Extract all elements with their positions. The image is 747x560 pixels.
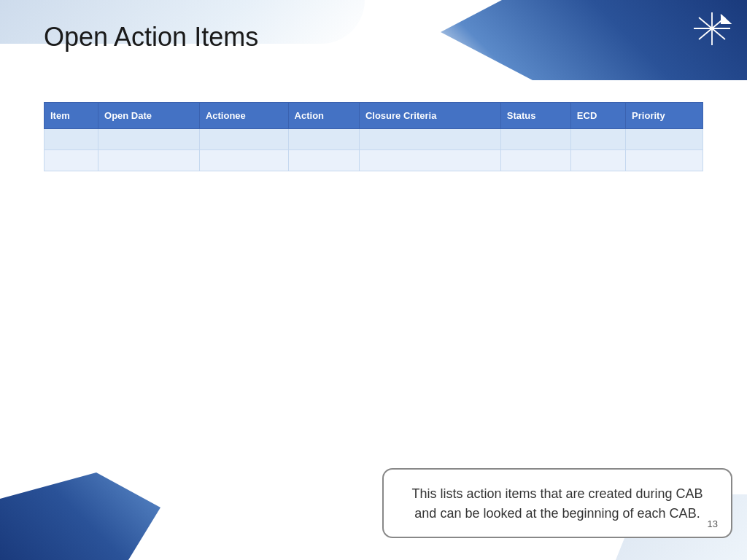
cell-item-1 bbox=[44, 129, 98, 150]
col-header-priority: Priority bbox=[626, 103, 703, 129]
cell-status-1 bbox=[500, 129, 570, 150]
logo-area bbox=[690, 9, 734, 52]
col-header-status: Status bbox=[500, 103, 570, 129]
table-row bbox=[44, 150, 703, 171]
cell-action-1 bbox=[288, 129, 359, 150]
cell-actionee-2 bbox=[199, 150, 288, 171]
col-header-ecd: ECD bbox=[570, 103, 625, 129]
action-items-table: Item Open Date Actionee Action Closure C… bbox=[44, 102, 703, 171]
col-header-action: Action bbox=[288, 103, 359, 129]
cell-ecd-1 bbox=[570, 129, 625, 150]
cell-ecd-2 bbox=[570, 150, 625, 171]
page-title: Open Action Items bbox=[44, 22, 258, 52]
col-header-closure-criteria: Closure Criteria bbox=[359, 103, 500, 129]
main-content: Item Open Date Actionee Action Closure C… bbox=[44, 88, 703, 171]
bottom-left-blob bbox=[0, 472, 160, 560]
table-header-row: Item Open Date Actionee Action Closure C… bbox=[44, 103, 703, 129]
cell-status-2 bbox=[500, 150, 570, 171]
col-header-item: Item bbox=[44, 103, 98, 129]
cell-priority-1 bbox=[626, 129, 703, 150]
tooltip-box: This lists action items that are created… bbox=[382, 468, 732, 538]
cell-open-date-2 bbox=[98, 150, 200, 171]
col-header-open-date: Open Date bbox=[98, 103, 200, 129]
cell-actionee-1 bbox=[199, 129, 288, 150]
cell-closure-criteria-1 bbox=[359, 129, 500, 150]
company-logo-icon bbox=[690, 9, 734, 49]
cell-open-date-1 bbox=[98, 129, 200, 150]
table-row bbox=[44, 129, 703, 150]
tooltip-text: This lists action items that are created… bbox=[401, 484, 713, 524]
cell-closure-criteria-2 bbox=[359, 150, 500, 171]
cell-item-2 bbox=[44, 150, 98, 171]
cell-action-2 bbox=[288, 150, 359, 171]
cell-priority-2 bbox=[626, 150, 703, 171]
col-header-actionee: Actionee bbox=[199, 103, 288, 129]
tooltip-page-number: 13 bbox=[708, 518, 718, 529]
